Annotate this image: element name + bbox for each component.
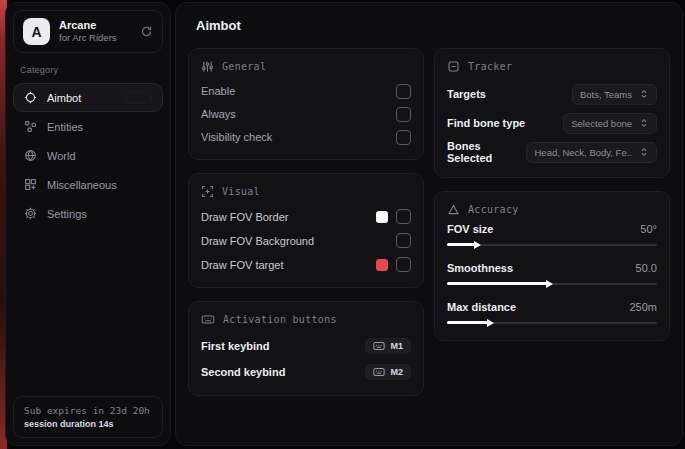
expand-icon xyxy=(639,147,649,157)
setting-label: Find bone type xyxy=(447,117,525,129)
setting-label: Enable xyxy=(201,85,235,97)
fov-target-checkbox[interactable] xyxy=(396,257,411,272)
setting-row-fov-background: Draw FOV Background xyxy=(201,229,411,252)
tracker-card: Tracker Targets Bots, Teams xyxy=(434,48,670,178)
app-window: A Arcane for Arc Riders Category Aimbot xyxy=(5,2,683,446)
activation-card: Activation buttons First keybind M1 xyxy=(188,301,424,396)
slider-thumb[interactable] xyxy=(487,319,494,327)
setting-row-first-keybind: First keybind M1 xyxy=(201,333,411,358)
sliders-icon xyxy=(201,60,214,73)
dropdown-value: Selected bone xyxy=(571,118,632,129)
main-panel: Aimbot General Enable xyxy=(175,2,683,446)
fov-background-checkbox[interactable] xyxy=(396,233,411,248)
setting-label: Second keybind xyxy=(201,366,285,378)
always-checkbox[interactable] xyxy=(396,107,411,122)
globe-icon xyxy=(24,149,37,162)
sidebar-nav: Aimbot Entities World xyxy=(6,83,170,228)
smoothness-slider[interactable] xyxy=(447,279,657,288)
keybind-value: M2 xyxy=(390,367,403,377)
setting-label: Targets xyxy=(447,88,486,100)
app-logo: A xyxy=(23,18,50,45)
slider-thumb[interactable] xyxy=(474,241,481,249)
sidebar: A Arcane for Arc Riders Category Aimbot xyxy=(5,2,171,446)
aimbot-hotkey-ghost xyxy=(126,92,152,104)
setting-label: Smoothness xyxy=(447,262,513,274)
setting-label: FOV size xyxy=(447,223,493,235)
app-name: Arcane xyxy=(59,19,117,33)
setting-value: 50° xyxy=(640,223,657,235)
keybind-value: M1 xyxy=(390,341,403,351)
key-icon xyxy=(373,367,385,377)
setting-label: Always xyxy=(201,108,236,120)
sidebar-item-settings[interactable]: Settings xyxy=(13,199,163,228)
sidebar-item-label: Miscellaneous xyxy=(47,179,117,191)
card-title: Tracker xyxy=(468,61,512,72)
session-duration-text: session duration 14s xyxy=(24,419,152,429)
dropdown-value: Bots, Teams xyxy=(580,89,632,100)
visual-icon xyxy=(201,185,214,198)
card-title: General xyxy=(222,61,266,72)
setting-row-smoothness: Smoothness 50.0 xyxy=(447,262,657,288)
tracker-icon xyxy=(447,60,460,73)
sidebar-item-label: Settings xyxy=(47,208,87,220)
setting-label: Draw FOV Background xyxy=(201,235,314,247)
setting-row-second-keybind: Second keybind M2 xyxy=(201,359,411,384)
crosshair-icon xyxy=(24,91,37,104)
visibility-check-checkbox[interactable] xyxy=(396,130,411,145)
card-title: Activation buttons xyxy=(223,314,337,325)
setting-row-max-distance: Max distance 250m xyxy=(447,301,657,327)
sidebar-item-label: World xyxy=(47,150,76,162)
sidebar-item-entities[interactable]: Entities xyxy=(13,112,163,141)
fov-target-color-swatch[interactable] xyxy=(376,259,388,271)
card-title: Accuracy xyxy=(468,204,519,215)
setting-row-enable: Enable xyxy=(201,80,411,102)
setting-row-fov-size: FOV size 50° xyxy=(447,223,657,249)
key-icon xyxy=(373,341,385,351)
expand-icon xyxy=(639,89,649,99)
fov-border-checkbox[interactable] xyxy=(396,209,411,224)
enable-checkbox[interactable] xyxy=(396,84,411,99)
slider-fill xyxy=(447,321,489,324)
right-column: Tracker Targets Bots, Teams xyxy=(434,48,670,354)
setting-label: Visibility check xyxy=(201,131,272,143)
bones-selected-dropdown[interactable]: Head, Neck, Body, Fe.. xyxy=(526,142,657,163)
gear-icon xyxy=(24,207,37,220)
refresh-icon[interactable] xyxy=(140,25,153,38)
slider-thumb[interactable] xyxy=(546,280,553,288)
setting-row-visibility-check: Visibility check xyxy=(201,126,411,148)
sidebar-item-world[interactable]: World xyxy=(13,141,163,170)
setting-label: Bones Selected xyxy=(447,140,526,164)
fov-size-slider[interactable] xyxy=(447,240,657,249)
max-distance-slider[interactable] xyxy=(447,318,657,327)
sidebar-item-aimbot[interactable]: Aimbot xyxy=(13,83,163,112)
second-keybind-button[interactable]: M2 xyxy=(365,364,411,380)
visual-card: Visual Draw FOV Border Draw FOV Backgrou… xyxy=(188,173,424,288)
general-card: General Enable Always Visibility check xyxy=(188,48,424,160)
brand-box: A Arcane for Arc Riders xyxy=(13,10,163,53)
keyboard-icon xyxy=(201,313,215,326)
setting-row-targets: Targets Bots, Teams xyxy=(447,80,657,108)
first-keybind-button[interactable]: M1 xyxy=(365,338,411,354)
fov-border-color-swatch[interactable] xyxy=(376,211,388,223)
setting-label: First keybind xyxy=(201,340,269,352)
entities-icon xyxy=(24,120,37,133)
sidebar-item-label: Entities xyxy=(47,121,83,133)
setting-value: 250m xyxy=(629,301,657,313)
find-bone-type-dropdown[interactable]: Selected bone xyxy=(563,113,657,134)
slider-fill xyxy=(447,282,548,285)
setting-row-bones-selected: Bones Selected Head, Neck, Body, Fe.. xyxy=(447,138,657,166)
dropdown-value: Head, Neck, Body, Fe.. xyxy=(534,147,632,158)
setting-label: Draw FOV Border xyxy=(201,211,288,223)
triangle-icon xyxy=(447,203,460,216)
card-title: Visual xyxy=(222,186,260,197)
setting-row-fov-border: Draw FOV Border xyxy=(201,205,411,228)
accuracy-card: Accuracy FOV size 50° xyxy=(434,191,670,341)
category-label: Category xyxy=(20,65,156,75)
sidebar-item-miscellaneous[interactable]: Miscellaneous xyxy=(13,170,163,199)
app-subtitle: for Arc Riders xyxy=(59,32,117,44)
targets-dropdown[interactable]: Bots, Teams xyxy=(572,84,657,105)
setting-row-find-bone-type: Find bone type Selected bone xyxy=(447,109,657,137)
sidebar-item-label: Aimbot xyxy=(47,92,81,104)
setting-label: Draw FOV target xyxy=(201,259,284,271)
grid-icon xyxy=(24,178,37,191)
